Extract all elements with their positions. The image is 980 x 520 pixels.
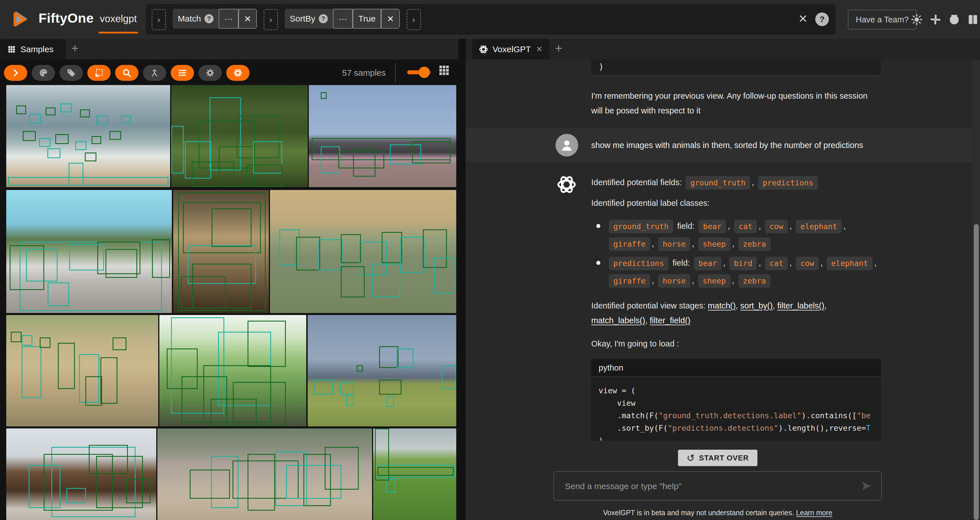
detection-box: [29, 114, 41, 124]
field-visibility-button[interactable]: [171, 65, 194, 81]
stage-ellipsis[interactable]: ···: [219, 9, 239, 29]
tab-samples[interactable]: Samples: [0, 39, 66, 60]
python-code-block: python view = ( view .match(F("ground_tr…: [591, 359, 881, 453]
grid-layout-icon[interactable]: [438, 64, 450, 76]
detection-box: [48, 282, 69, 306]
code-line: view: [598, 397, 881, 409]
detection-box: [85, 376, 102, 406]
user-message-text: show me images with animals in them, sor…: [591, 141, 863, 150]
field-chip: ground_truth: [609, 220, 673, 233]
settings-button[interactable]: [199, 65, 222, 81]
sample-tile-girlsgoat[interactable]: [159, 315, 306, 426]
class-chip: horse: [658, 237, 690, 251]
detection-box: [16, 105, 26, 114]
sample-tile-zoo[interactable]: [158, 428, 372, 520]
sample-tile-car[interactable]: [6, 190, 172, 313]
detection-box: [26, 249, 57, 281]
sample-count: 57 samples: [318, 68, 386, 78]
sample-tile-elephants[interactable]: [270, 190, 456, 313]
detection-box: [372, 264, 400, 297]
message-input[interactable]: [564, 472, 855, 501]
add-panel-button-right[interactable]: +: [551, 41, 566, 55]
list-icon: [178, 68, 187, 78]
memory-note: I'm remembering your previous view. Any …: [591, 89, 881, 118]
patches-button[interactable]: [88, 65, 111, 81]
expand-sidebar-button[interactable]: [4, 65, 27, 81]
voxelgpt-tab-close-icon[interactable]: ✕: [536, 45, 542, 54]
samples-tab-label: Samples: [21, 45, 54, 54]
chat-scrollbar-track[interactable]: [973, 60, 980, 520]
sample-tile-giraffedry[interactable]: [6, 315, 158, 426]
slack-icon[interactable]: [929, 14, 942, 25]
fields-label: Identified potential fields:: [591, 178, 682, 187]
viewbar-close-icon[interactable]: ✕: [798, 13, 808, 24]
stage-doc-link[interactable]: filter_labels(): [777, 301, 824, 310]
stage-doc-link[interactable]: match(): [708, 301, 735, 310]
detection-box: [58, 343, 75, 389]
stage-doc-link[interactable]: filter_field(): [650, 316, 690, 325]
detection-box: [22, 346, 41, 398]
tab-voxelgpt[interactable]: VoxelGPT ✕: [472, 39, 549, 60]
sample-tile-marsh[interactable]: [308, 315, 456, 426]
view-stage-match[interactable]: Match?···✕: [173, 9, 257, 29]
sample-tile-horse[interactable]: [6, 428, 156, 520]
grid-zoom-slider[interactable]: [407, 70, 431, 74]
view-stage-row: ›Match?···✕›SortBy?···True✕›: [152, 4, 421, 30]
detection-box: [313, 380, 333, 395]
detection-box: [248, 321, 286, 367]
learn-more-link[interactable]: Learn more: [796, 509, 832, 517]
sample-tile-mankids[interactable]: [171, 85, 308, 187]
viewbar-help-icon[interactable]: ?: [815, 13, 829, 26]
dataset-name[interactable]: voxelgpt: [100, 13, 137, 24]
detection-box: [375, 428, 389, 480]
stage-close-icon[interactable]: ✕: [239, 9, 257, 29]
voxelgpt-plugin-button[interactable]: [226, 65, 250, 81]
stage-doc-link[interactable]: match_labels(): [591, 316, 645, 325]
chip-separator: ,: [692, 239, 697, 248]
stage-close-icon[interactable]: ✕: [381, 9, 399, 29]
stage-ellipsis[interactable]: ···: [333, 9, 353, 29]
have-a-team-button[interactable]: Have a Team?: [848, 10, 916, 30]
bullet-mid-text: field:: [675, 221, 697, 231]
detection-box: [379, 346, 399, 368]
browse-operations-button[interactable]: [115, 65, 138, 81]
detection-box: [89, 445, 128, 474]
tag-samples-button[interactable]: [60, 65, 83, 81]
chip-separator: ,: [732, 239, 737, 248]
add-stage-placeholder[interactable]: ›: [152, 9, 166, 30]
add-stage-placeholder[interactable]: ›: [264, 9, 278, 30]
color-settings-button[interactable]: [32, 65, 55, 81]
detection-box: [100, 357, 118, 404]
stage-help-icon[interactable]: ?: [319, 14, 328, 23]
chip-separator: ,: [759, 258, 763, 267]
sample-tile-cat[interactable]: [173, 190, 269, 313]
chip-separator: ,: [728, 221, 732, 231]
sample-tile-pasture[interactable]: [373, 428, 456, 520]
docs-book-icon[interactable]: [967, 14, 979, 25]
github-icon[interactable]: [948, 14, 960, 25]
sample-tile-racetrack[interactable]: [309, 85, 456, 187]
class-chip: bear: [698, 220, 726, 233]
assistant-message: Identified potential fields: ground_trut…: [555, 173, 881, 453]
detection-box: [340, 382, 354, 395]
chat-scrollbar-thumb[interactable]: [974, 224, 979, 520]
sort-by-similarity-button[interactable]: [143, 65, 166, 81]
theme-toggle-icon[interactable]: [911, 14, 923, 25]
chat-scroll-area[interactable]: ) I'm remembering your previous view. An…: [466, 60, 980, 453]
detection-box: [8, 177, 169, 186]
chevron-right-icon: [11, 68, 21, 78]
add-panel-button[interactable]: +: [67, 41, 83, 55]
add-stage-placeholder[interactable]: ›: [407, 9, 421, 30]
stage-value[interactable]: True: [353, 9, 382, 29]
grid-zoom-knob[interactable]: [418, 67, 430, 78]
view-stage-sortby[interactable]: SortBy?···True✕: [285, 9, 400, 29]
sample-tile-beach[interactable]: [6, 85, 170, 187]
detection-box: [66, 488, 86, 503]
send-icon[interactable]: [860, 480, 873, 492]
stage-doc-link[interactable]: sort_by(): [740, 301, 773, 310]
start-over-button[interactable]: ↺ START OVER: [678, 450, 757, 466]
detection-box: [105, 249, 137, 278]
class-chip: elephant: [827, 257, 873, 270]
stage-help-icon[interactable]: ?: [204, 14, 213, 23]
detection-box: [412, 141, 450, 163]
